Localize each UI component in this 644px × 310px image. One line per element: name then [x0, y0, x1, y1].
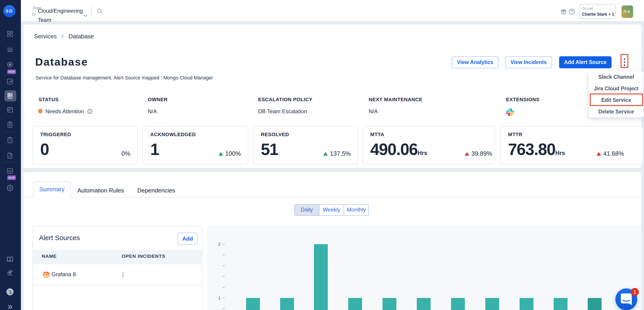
svg-text:0: 0	[9, 49, 11, 52]
